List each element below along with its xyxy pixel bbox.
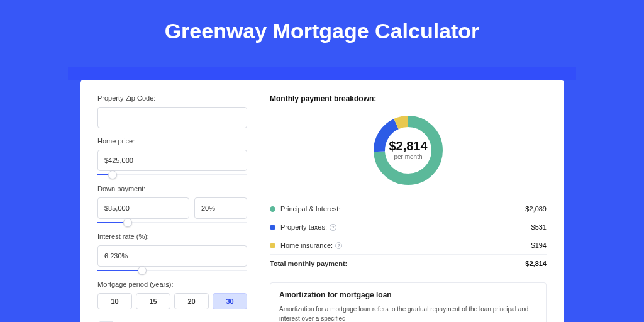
period-option-10[interactable]: 10 — [97, 293, 132, 309]
down-payment-slider[interactable] — [97, 220, 247, 226]
swatch-blue-icon — [270, 225, 275, 230]
amortization-text: Amortization for a mortgage loan refers … — [279, 304, 537, 322]
zip-input[interactable] — [97, 107, 247, 128]
legend-label-principal: Principal & Interest: — [280, 205, 525, 213]
legend-value-principal: $2,089 — [525, 205, 547, 213]
breakdown-title: Monthly payment breakdown: — [270, 94, 547, 103]
period-option-15[interactable]: 15 — [136, 293, 170, 309]
legend-label-total: Total monthly payment: — [270, 260, 525, 267]
results-column: Monthly payment breakdown: $2,814 per mo… — [270, 94, 547, 322]
info-icon[interactable]: ? — [335, 242, 342, 249]
mortgage-period-label: Mortgage period (years): — [97, 280, 247, 288]
donut-center-sub: per month — [394, 153, 422, 160]
zip-label: Property Zip Code: — [97, 94, 247, 102]
legend-label-insurance: Home insurance: ? — [280, 242, 531, 249]
period-option-30[interactable]: 30 — [213, 293, 247, 309]
legend-row-taxes: Property taxes: ? $531 — [270, 218, 547, 236]
legend-label-taxes: Property taxes: ? — [280, 223, 531, 231]
breakdown-legend: Principal & Interest: $2,089 Property ta… — [270, 200, 547, 272]
legend-value-taxes: $531 — [531, 223, 547, 231]
down-payment-amount-input[interactable] — [97, 197, 189, 219]
form-column: Property Zip Code: Home price: Down paym… — [97, 94, 247, 322]
page-title: Greenway Mortgage Calculator — [0, 0, 644, 57]
interest-rate-input[interactable] — [97, 245, 247, 267]
panel-header-band — [68, 67, 576, 80]
down-payment-label: Down payment: — [97, 185, 247, 192]
legend-row-principal: Principal & Interest: $2,089 — [270, 200, 547, 218]
calculator-panel: Property Zip Code: Home price: Down paym… — [80, 80, 564, 322]
legend-row-insurance: Home insurance: ? $194 — [270, 236, 547, 254]
legend-row-total: Total monthly payment: $2,814 — [270, 254, 547, 272]
swatch-green-icon — [270, 206, 275, 212]
legend-value-insurance: $194 — [531, 242, 547, 249]
down-payment-percent-input[interactable] — [194, 197, 247, 219]
amortization-title: Amortization for mortgage loan — [279, 291, 537, 299]
donut-center-value: $2,814 — [389, 139, 428, 153]
home-price-input[interactable] — [97, 150, 247, 171]
interest-rate-label: Interest rate (%): — [97, 233, 247, 240]
swatch-yellow-icon — [270, 243, 275, 248]
home-price-label: Home price: — [97, 137, 247, 145]
amortization-card: Amortization for mortgage loan Amortizat… — [270, 282, 547, 322]
breakdown-donut-chart: $2,814 per month — [270, 109, 547, 191]
interest-rate-slider[interactable] — [97, 268, 247, 274]
info-icon[interactable]: ? — [330, 224, 336, 231]
period-option-20[interactable]: 20 — [174, 293, 209, 309]
legend-value-total: $2,814 — [525, 260, 547, 267]
home-price-slider[interactable] — [97, 172, 247, 179]
mortgage-period-group: 10 15 20 30 — [97, 293, 247, 309]
